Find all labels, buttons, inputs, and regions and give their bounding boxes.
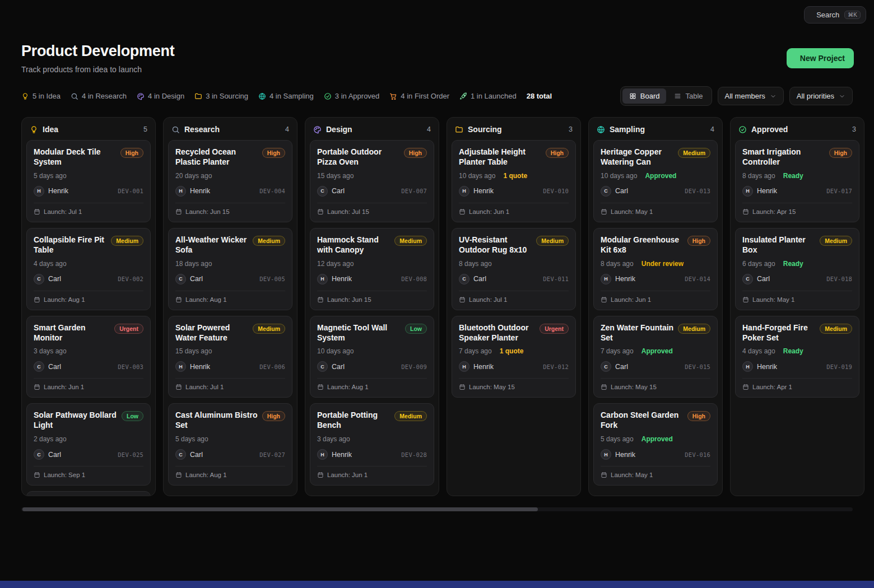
card[interactable]: Cast Aluminum Bistro SetHigh5 days agoCC… [168, 403, 292, 486]
assignee-name: Carl [48, 275, 114, 283]
card-title: UV-Resistant Outdoor Rug 8x10 [459, 235, 532, 255]
card[interactable]: Collapsible Fire Pit TableMedium4 days a… [26, 228, 151, 310]
board-view-button[interactable]: Board [622, 88, 667, 104]
avatar: H [742, 361, 753, 372]
priority-badge: Medium [536, 236, 569, 246]
launch-date: Launch: Jun 1 [327, 472, 368, 478]
launch-date: Launch: Aug 1 [185, 472, 227, 478]
lightbulb-icon [21, 92, 29, 100]
card[interactable]: Portable Outdoor Pizza OvenHigh15 days a… [310, 140, 434, 222]
stat-item: 3 in Sourcing [194, 92, 248, 100]
card-status: Ready [783, 172, 803, 180]
stat-item: 4 in Design [137, 92, 184, 100]
card[interactable]: UV-Resistant Outdoor Rug 8x10Medium8 day… [452, 228, 576, 310]
card-title: Modular Greenhouse Kit 6x8 [601, 235, 683, 255]
card-title: Solar Powered Water Feature [175, 323, 248, 343]
assignee-name: Henrik [332, 451, 397, 459]
scrollbar-thumb[interactable] [22, 507, 538, 511]
assignee-name: Henrik [190, 363, 255, 371]
card-title: Cast Aluminum Bistro Set [175, 410, 258, 431]
new-project-button[interactable]: New Project [787, 48, 854, 68]
search-shortcut: ⌘K [844, 11, 861, 19]
card[interactable]: Heritage Copper Watering CanMedium10 day… [593, 140, 718, 222]
card[interactable]: Zen Water Fountain SetMedium7 days agoAp… [593, 316, 718, 398]
stat-item: 4 in Sampling [258, 92, 314, 100]
card[interactable]: Ergonomic Weeding ToolMedium1 day agoHHe… [26, 491, 151, 496]
card[interactable]: Bluetooth Outdoor Speaker PlanterUrgent7… [452, 316, 576, 398]
card-title: Recycled Ocean Plastic Planter [175, 147, 258, 167]
assignee-name: Carl [48, 451, 114, 459]
priority-badge: Medium [820, 324, 852, 334]
assignee-name: Henrik [48, 187, 114, 195]
table-view-button[interactable]: Table [667, 88, 709, 104]
assignee-name: Carl [190, 275, 255, 283]
card-id: DEV-025 [118, 451, 143, 458]
card[interactable]: Carbon Steel Garden ForkHigh5 days agoAp… [593, 403, 718, 486]
card[interactable]: Magnetic Tool Wall SystemLow10 days agoC… [310, 316, 434, 398]
card[interactable]: Hammock Stand with CanopyMedium12 days a… [310, 228, 434, 310]
card[interactable]: Recycled Ocean Plastic PlanterHigh20 day… [168, 140, 292, 222]
card-age: 3 days ago [317, 435, 350, 443]
card-age: 18 days ago [175, 260, 212, 268]
assignee-name: Carl [332, 363, 397, 371]
launch-date: Launch: Jul 1 [469, 296, 507, 303]
card-id: DEV-017 [826, 188, 852, 194]
column-sampling: Sampling4Heritage Copper Watering CanMed… [588, 117, 723, 496]
priority-badge: Urgent [540, 324, 569, 334]
card[interactable]: Smart Garden MonitorUrgent3 days agoCCar… [26, 316, 151, 398]
card[interactable]: Modular Greenhouse Kit 6x8High8 days ago… [593, 228, 718, 310]
card[interactable]: Portable Potting BenchMedium3 days agoHH… [310, 403, 434, 486]
priority-badge: Medium [820, 236, 852, 246]
calendar-icon [459, 384, 466, 390]
column-count: 4 [427, 125, 431, 133]
priority-badge: Medium [678, 148, 710, 158]
chevron-down-icon [839, 93, 845, 100]
card[interactable]: Insulated Planter BoxMedium6 days agoRea… [735, 228, 859, 310]
column-name: Approved [751, 125, 848, 134]
card[interactable]: Solar Powered Water FeatureMedium15 days… [168, 316, 292, 398]
card-status: Approved [645, 172, 676, 180]
column-count: 3 [569, 125, 573, 133]
card-id: DEV-006 [259, 363, 285, 370]
launch-date: Launch: Aug 1 [185, 296, 227, 303]
assignee-name: Henrik [757, 187, 822, 195]
priorities-filter-dropdown[interactable]: All priorities [789, 87, 853, 105]
launch-date: Launch: May 1 [611, 472, 653, 478]
column-name: Research [184, 125, 281, 134]
card-id: DEV-007 [401, 188, 427, 194]
column-name: Sourcing [468, 125, 564, 134]
calendar-icon [34, 384, 40, 390]
launch-date: Launch: May 1 [611, 208, 653, 215]
check-circle-icon [324, 92, 332, 100]
page-header: Product Development Track products from … [0, 29, 874, 74]
priority-badge: High [546, 148, 569, 158]
stat-label: 28 total [527, 92, 552, 100]
card[interactable]: Adjustable Height Planter TableHigh10 da… [452, 140, 576, 222]
search-label: Search [816, 11, 839, 19]
card[interactable]: All-Weather Wicker SofaMedium18 days ago… [168, 228, 292, 310]
card-id: DEV-016 [685, 451, 710, 458]
stat-label: 4 in First Order [401, 92, 449, 100]
card-title: Portable Outdoor Pizza Oven [317, 147, 399, 167]
column-design: Design4Portable Outdoor Pizza OvenHigh15… [305, 117, 439, 496]
card[interactable]: Solar Pathway Bollard LightLow2 days ago… [26, 403, 151, 486]
card-age: 6 days ago [742, 260, 775, 268]
stat-label: 1 in Launched [471, 92, 517, 100]
card[interactable]: Hand-Forged Fire Poker SetMedium4 days a… [735, 316, 859, 398]
priority-badge: High [404, 148, 427, 158]
column-cards: Recycled Ocean Plastic PlanterHigh20 day… [164, 140, 297, 490]
calendar-icon [317, 208, 324, 215]
search-button[interactable]: Search ⌘K [804, 6, 866, 24]
calendar-icon [601, 384, 607, 390]
card[interactable]: Smart Irrigation ControllerHigh8 days ag… [735, 140, 859, 222]
assignee-name: Carl [473, 275, 539, 283]
members-filter-dropdown[interactable]: All members [718, 87, 784, 105]
priority-badge: Medium [394, 236, 427, 246]
column-name: Idea [43, 125, 139, 134]
launch-date: Launch: Jun 1 [611, 296, 651, 303]
launch-date: Launch: Jul 1 [185, 384, 224, 390]
card[interactable]: Modular Deck Tile SystemHigh5 days agoHH… [26, 140, 151, 222]
avatar: H [317, 449, 328, 460]
card-id: DEV-013 [685, 188, 710, 194]
card-title: Solar Pathway Bollard Light [34, 410, 117, 431]
